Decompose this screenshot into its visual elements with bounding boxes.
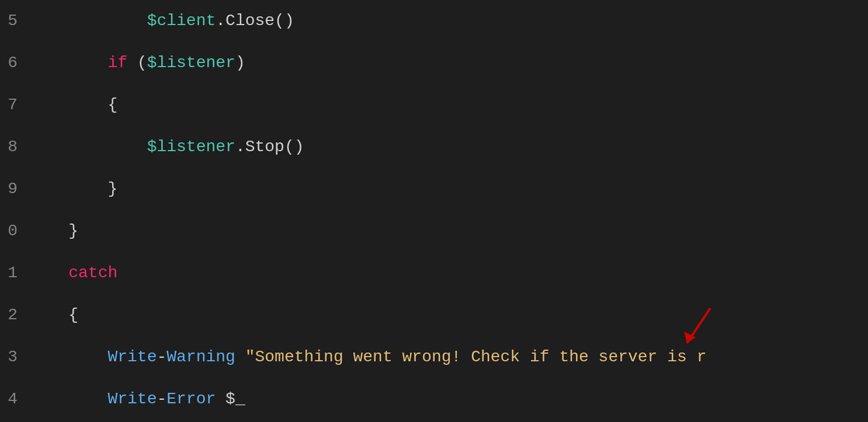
- code-token: Close: [225, 12, 275, 30]
- line-content: }: [29, 210, 78, 252]
- line-content: catch: [29, 252, 117, 294]
- line-content: if ($listener): [29, 42, 245, 84]
- code-token: $: [216, 390, 235, 408]
- code-token: [29, 12, 147, 30]
- line-number: 7: [0, 84, 29, 126]
- code-token: .: [216, 12, 225, 30]
- code-token: $listener: [147, 54, 235, 72]
- line-number: 8: [0, 126, 29, 168]
- code-token: if: [107, 54, 127, 72]
- code-token: (: [127, 54, 147, 72]
- line-number: 0: [0, 210, 29, 252]
- code-line: 8 $listener.Stop(): [0, 126, 868, 168]
- annotation-arrow: [681, 305, 716, 352]
- code-token: (): [275, 12, 294, 30]
- code-line: 7 {: [0, 84, 868, 126]
- line-number: 5: [0, 0, 29, 42]
- line-number: 2: [0, 294, 29, 336]
- code-token: -: [157, 348, 166, 366]
- code-token: $listener: [147, 138, 235, 156]
- line-number: 6: [0, 42, 29, 84]
- code-token: Write: [107, 348, 157, 366]
- line-content: {: [29, 84, 117, 126]
- code-editor: 5 $client.Close()6 if ($listener)7 {8 $l…: [0, 0, 868, 422]
- code-token: -: [157, 390, 166, 408]
- code-line: 6 if ($listener): [0, 42, 868, 84]
- code-token: [29, 390, 107, 408]
- code-token: _: [235, 390, 245, 408]
- code-token: catch: [68, 264, 117, 282]
- code-token: Warning: [166, 348, 235, 366]
- code-line: 1 catch: [0, 252, 868, 294]
- code-token: Error: [166, 390, 216, 408]
- code-line: 4 Write-Error $_: [0, 378, 868, 420]
- line-number: 9: [0, 168, 29, 210]
- code-line: 0 }: [0, 210, 868, 252]
- code-line: 9 }: [0, 168, 868, 210]
- code-token: [29, 138, 147, 156]
- code-token: [29, 306, 68, 324]
- line-content: }: [29, 168, 117, 210]
- code-token: [29, 222, 68, 240]
- code-line: 5 $client.Close(): [0, 0, 868, 42]
- code-token: {: [107, 96, 117, 114]
- code-token: }: [68, 222, 78, 240]
- code-token: [29, 180, 107, 198]
- code-token: Stop: [245, 138, 284, 156]
- line-number: 4: [0, 378, 29, 420]
- code-token: .: [235, 138, 245, 156]
- code-token: [29, 348, 107, 366]
- code-token: {: [68, 306, 78, 324]
- line-number: 3: [0, 336, 29, 378]
- line-number: 1: [0, 252, 29, 294]
- code-token: (): [284, 138, 304, 156]
- code-token: ): [235, 54, 245, 72]
- code-token: [29, 96, 107, 114]
- code-token: "Something went wrong! Check if: [235, 348, 560, 366]
- code-token: [29, 264, 68, 282]
- line-content: Write-Warning "Something went wrong! Che…: [29, 336, 706, 378]
- line-content: $client.Close(): [29, 0, 294, 42]
- code-line: 3 Write-Warning "Something went wrong! C…: [0, 336, 868, 378]
- code-token: }: [107, 180, 117, 198]
- code-token: Write: [107, 390, 157, 408]
- code-token: $client: [147, 12, 216, 30]
- line-content: Write-Error $_: [29, 378, 245, 420]
- code-token: the: [559, 348, 588, 366]
- line-content: $listener.Stop(): [29, 126, 304, 168]
- code-token: [29, 54, 107, 72]
- code-line: 2 {: [0, 294, 868, 336]
- line-content: {: [29, 294, 78, 336]
